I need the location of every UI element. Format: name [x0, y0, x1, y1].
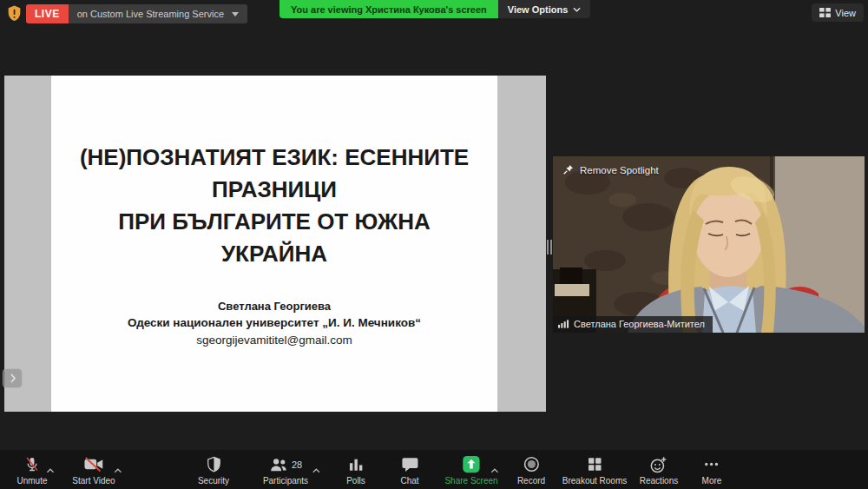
record-icon — [523, 456, 540, 472]
slide-title: (НЕ)ПОЗНАТИЯТ ЕЗИК: ЕСЕННИТЕ ПРАЗНИЦИ ПР… — [51, 76, 497, 270]
viewing-banner: You are viewing Христина Кукова's screen — [279, 0, 498, 18]
start-video-label: Start Video — [72, 476, 115, 486]
breakout-rooms-icon — [587, 456, 602, 472]
remove-spotlight-button[interactable]: Remove Spotlight — [562, 164, 659, 175]
participant-name-tag: Светлана Георгиева-Митител — [553, 316, 713, 333]
more-icon — [704, 456, 720, 472]
video-scene — [553, 156, 865, 333]
participants-icon — [269, 457, 288, 472]
share-screen-icon — [463, 456, 481, 472]
unmute-label: Unmute — [16, 476, 47, 486]
slide-author-block: Светлана Георгиева Одески национален уни… — [51, 299, 497, 348]
participants-button[interactable]: 28 Participants — [263, 456, 308, 486]
more-label: More — [702, 476, 722, 486]
presentation-slide: (НЕ)ПОЗНАТИЯТ ЕЗИК: ЕСЕННИТЕ ПРАЗНИЦИ ПР… — [51, 76, 497, 412]
participants-options-chevron-icon[interactable] — [312, 461, 320, 477]
panel-resize-handle[interactable] — [547, 240, 552, 254]
remove-spotlight-label: Remove Spotlight — [580, 165, 659, 175]
participants-label: Participants — [263, 476, 308, 486]
polls-label: Polls — [346, 476, 365, 486]
participant-name: Светлана Георгиева-Митител — [574, 319, 705, 329]
share-options-chevron-icon[interactable] — [490, 461, 498, 477]
view-options-label: View Options — [508, 4, 568, 15]
breakout-rooms-label: Breakout Rooms — [562, 476, 627, 486]
live-stream-control[interactable]: LIVE on Custom Live Streaming Service — [26, 4, 247, 23]
signal-bars-icon — [558, 320, 569, 328]
polls-button[interactable]: Polls — [346, 456, 365, 486]
gallery-grid-icon — [819, 8, 831, 17]
camera-off-icon — [83, 456, 103, 472]
view-button-label: View — [835, 8, 856, 18]
view-button[interactable]: View — [812, 3, 864, 22]
reactions-label: Reactions — [640, 476, 678, 486]
reactions-icon — [650, 456, 667, 472]
security-button[interactable]: Security — [198, 456, 229, 486]
reactions-button[interactable]: Reactions — [640, 456, 678, 486]
meeting-toolbar: Unmute Start Video Security 28 Participa… — [0, 450, 868, 489]
breakout-rooms-button[interactable]: Breakout Rooms — [562, 456, 627, 486]
security-label: Security — [198, 476, 229, 486]
slide-affiliation: Одески национален университет „И. И. Меч… — [51, 315, 497, 330]
more-button[interactable]: More — [702, 456, 722, 486]
stream-service-dropdown[interactable]: on Custom Live Streaming Service — [69, 4, 247, 23]
slide-title-line: ПРИ БЪЛГАРИТЕ ОТ ЮЖНА — [51, 206, 497, 238]
unmute-button[interactable]: Unmute — [16, 456, 47, 486]
share-screen-label: Share Screen — [444, 476, 497, 486]
caret-down-icon — [232, 12, 239, 17]
participant-video-feed[interactable]: Remove Spotlight Светлана Георгиева-Мити… — [553, 156, 865, 333]
slide-title-line: (НЕ)ПОЗНАТИЯТ ЕЗИК: ЕСЕННИТЕ — [51, 142, 497, 174]
live-badge: LIVE — [26, 4, 69, 23]
polls-icon — [348, 456, 364, 472]
chevron-right-icon — [10, 373, 16, 383]
participants-count: 28 — [292, 459, 302, 470]
mic-muted-icon — [23, 456, 40, 472]
chat-icon — [401, 456, 418, 472]
unmute-options-chevron-icon[interactable] — [46, 461, 54, 477]
stream-service-label: on Custom Live Streaming Service — [77, 9, 224, 19]
view-options-dropdown[interactable]: View Options — [498, 0, 590, 18]
slide-email: sgeorgijevamititel@gmail.com — [51, 333, 497, 348]
security-shield-icon — [207, 456, 221, 472]
slide-title-line: УКРАЙНА — [51, 238, 497, 270]
record-button[interactable]: Record — [517, 456, 545, 486]
next-slide-button[interactable] — [3, 368, 23, 388]
share-screen-button[interactable]: Share Screen — [444, 456, 497, 486]
shared-screen-area: (НЕ)ПОЗНАТИЯТ ЕЗИК: ЕСЕННИТЕ ПРАЗНИЦИ ПР… — [4, 76, 546, 412]
record-label: Record — [517, 476, 545, 486]
chat-label: Chat — [400, 476, 418, 486]
chat-button[interactable]: Chat — [400, 456, 418, 486]
pushpin-icon — [562, 164, 574, 175]
warning-shield-icon[interactable] — [7, 4, 22, 23]
slide-author: Светлана Георгиева — [51, 299, 497, 314]
start-video-button[interactable]: Start Video — [72, 456, 115, 486]
chevron-down-icon — [573, 7, 581, 12]
screen-viewing-banner-group: You are viewing Христина Кукова's screen… — [279, 0, 590, 18]
video-options-chevron-icon[interactable] — [114, 461, 122, 477]
slide-title-line: ПРАЗНИЦИ — [51, 174, 497, 206]
